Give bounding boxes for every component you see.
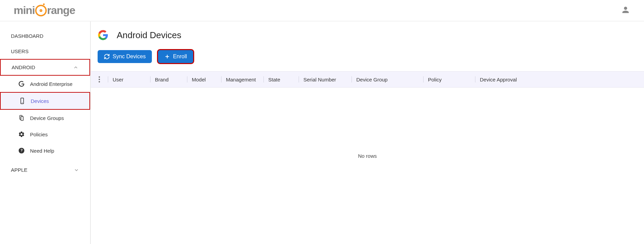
sync-devices-button[interactable]: Sync Devices [98,50,152,63]
brand-suffix: range [47,4,75,17]
chevron-up-icon [73,65,78,70]
chevron-down-icon [74,167,79,173]
sidebar-item-users[interactable]: USERS [0,44,90,59]
column-header-state[interactable]: State [263,72,299,87]
sidebar-label: APPLE [11,167,27,173]
empty-state-text: No rows [358,153,377,159]
enroll-button[interactable]: Enroll [158,50,193,63]
device-groups-icon [18,114,25,122]
sidebar: DASHBOARD USERS ANDROID Android Enterpri… [0,21,91,244]
sidebar-subitem-label: Need Help [30,148,54,154]
column-header-policy[interactable]: Policy [423,72,475,87]
devices-table: User Brand Model Management State Serial… [91,71,644,224]
column-header-serial[interactable]: Serial Number [299,72,352,87]
svg-rect-0 [21,98,24,104]
sync-icon [104,54,110,60]
app-header: mini range [0,0,644,21]
column-header-device-approval[interactable]: Device Approval [475,72,644,87]
sidebar-subitem-label: Device Groups [30,115,64,121]
google-g-icon [18,80,25,88]
table-header-row: User Brand Model Management State Serial… [91,71,644,88]
button-label: Sync Devices [113,54,146,60]
sidebar-subitem-device-groups[interactable]: Device Groups [0,110,90,126]
sidebar-subitem-label: Android Enterprise [30,81,72,87]
page-header: Android Devices [91,30,644,41]
sidebar-subitem-devices[interactable]: Devices [0,92,90,110]
sidebar-item-android[interactable]: ANDROID [0,59,90,76]
help-icon [18,147,25,154]
gear-icon [18,131,25,138]
sidebar-subitem-label: Policies [30,132,48,137]
column-header-device-group[interactable]: Device Group [352,72,423,87]
brand-orange-icon [35,5,47,16]
column-header-management[interactable]: Management [221,72,263,87]
sidebar-label: USERS [11,48,29,54]
sidebar-label: ANDROID [12,64,35,70]
sidebar-subitem-label: Devices [31,98,49,104]
main-content: Android Devices Sync Devices Enroll [91,21,644,244]
page-title: Android Devices [117,30,181,41]
plus-icon [164,54,170,60]
sidebar-subitem-android-enterprise[interactable]: Android Enterprise [0,76,90,92]
column-header-user[interactable]: User [108,72,150,87]
toolbar: Sync Devices Enroll [91,50,644,63]
button-label: Enroll [173,54,187,60]
brand-logo: mini range [14,4,75,17]
column-menu-button[interactable] [91,72,108,87]
svg-rect-3 [21,117,23,121]
table-body: No rows [91,88,644,224]
brand-prefix: mini [14,4,35,17]
kebab-icon [99,76,100,82]
sidebar-label: DASHBOARD [11,33,43,39]
phone-icon [18,97,26,105]
google-logo-icon [98,30,109,41]
sidebar-subitem-policies[interactable]: Policies [0,126,90,142]
user-menu-button[interactable] [621,5,630,16]
sidebar-item-dashboard[interactable]: DASHBOARD [0,28,90,44]
column-header-model[interactable]: Model [187,72,221,87]
sidebar-item-apple[interactable]: APPLE [0,162,90,178]
user-icon [621,5,630,15]
column-header-brand[interactable]: Brand [150,72,187,87]
sidebar-subitem-need-help[interactable]: Need Help [0,142,90,159]
